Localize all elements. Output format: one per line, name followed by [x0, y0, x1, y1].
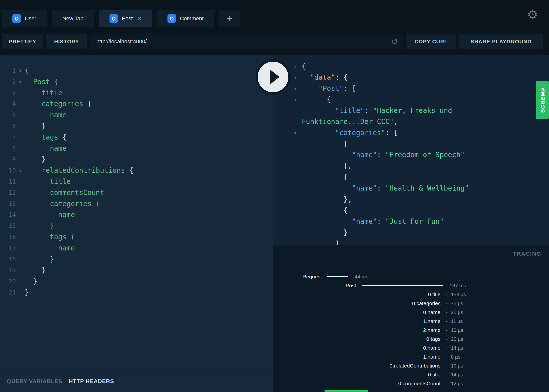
tracing-time: 19 µs	[451, 361, 463, 370]
code-text: }	[25, 254, 54, 265]
query-editor-line: 4 categories {	[0, 98, 273, 110]
tracing-label: 0.categories	[273, 299, 440, 308]
tracing-label: 0.commentsCount	[273, 379, 440, 388]
fold-spacer	[294, 205, 302, 216]
fold-arrow-icon[interactable]: ▾	[294, 83, 302, 94]
fold-spacer	[16, 121, 25, 132]
query-editor-line: 19 }	[0, 265, 273, 276]
fold-spacer	[294, 172, 302, 183]
share-playground-button[interactable]: SHARE PLAYGROUND	[459, 34, 543, 49]
fold-arrow-icon[interactable]: ▾	[16, 65, 25, 76]
response-line: "title": "Hacker, Freaks und	[273, 105, 549, 116]
fold-spacer	[16, 254, 25, 265]
code-text: }	[25, 276, 37, 287]
fold-arrow-icon[interactable]: ▾	[294, 94, 302, 105]
tracing-row: 0.relatedContributions-19 µs	[273, 361, 549, 370]
tab-post[interactable]: QPost×	[99, 10, 152, 27]
new-tab-button[interactable]: +	[219, 10, 240, 27]
fold-arrow-icon[interactable]: ▾	[294, 61, 302, 72]
query-editor-line: 21}	[0, 287, 273, 298]
code-text: {	[302, 205, 348, 216]
tab-new-tab[interactable]: New Tab	[52, 10, 94, 27]
fold-spacer	[16, 143, 25, 154]
query-variables-toggle[interactable]: QUERY VARIABLES	[7, 378, 62, 385]
line-number: 20	[0, 276, 16, 287]
tracing-time: 12 µs	[451, 379, 463, 388]
query-editor-line: 18 }	[0, 254, 273, 265]
code-text: Funktionäre...Der CCC",	[302, 116, 398, 127]
code-text: "title": "Hacker, Freaks und	[302, 105, 452, 116]
tracing-time: 14 µs	[451, 343, 463, 352]
settings-gear-icon[interactable]: ⚙	[527, 8, 538, 21]
response-line: "name": "Freedom of Speech"	[273, 149, 549, 161]
history-button[interactable]: HISTORY	[46, 34, 87, 49]
tracing-time: 44 ms	[355, 272, 368, 281]
tracing-label: 1.name	[273, 317, 440, 326]
tab-label: User	[25, 15, 36, 22]
schema-tab[interactable]: SCHEMA	[536, 81, 549, 119]
play-icon	[270, 70, 279, 84]
code-text: name	[25, 243, 75, 254]
tracing-label: 0.relatedContributions	[273, 361, 440, 370]
code-text: tags {	[25, 132, 67, 143]
tracing-label: Request	[273, 272, 322, 281]
execute-play-button[interactable]	[258, 62, 288, 92]
tracing-row: 0.categories-75 µs	[273, 299, 549, 308]
tracing-header[interactable]: TRACING	[513, 251, 541, 257]
tracing-label: 0.title	[273, 290, 440, 299]
code-text: "name": "Just For Fun"	[302, 216, 444, 227]
fold-spacer	[16, 198, 25, 210]
code-text: "Post": [	[302, 83, 356, 94]
tracing-row: 0.title-153 µs	[273, 290, 549, 299]
line-number: 6	[0, 121, 16, 132]
tracing-time: 20 µs	[451, 335, 463, 343]
query-badge-icon: Q	[12, 14, 21, 23]
query-editor-line: 3 title	[0, 88, 273, 99]
code-text: tags {	[25, 232, 75, 243]
query-editor-lines: 1▾{2▾ Post {3 title4 categories {5 name6…	[0, 65, 273, 298]
line-number: 15	[0, 220, 16, 232]
endpoint-url-input[interactable]	[90, 34, 403, 49]
line-number: 2	[0, 76, 16, 88]
fold-spacer	[294, 183, 302, 194]
query-editor-line: 12 commentsCount	[0, 187, 273, 198]
tab-user[interactable]: QUser	[2, 10, 47, 27]
http-headers-toggle[interactable]: HTTP HEADERS	[69, 378, 114, 385]
fold-spacer	[16, 243, 25, 254]
prettify-button[interactable]: PRETTIFY	[2, 34, 43, 49]
query-editor-line: 20 }	[0, 276, 273, 287]
tracing-dash: -	[444, 352, 450, 361]
response-line: }	[273, 227, 549, 238]
fold-arrow-icon[interactable]: ▾	[16, 165, 25, 176]
query-editor-line: 13 categories {	[0, 198, 273, 210]
tab-list: QUserNew TabQPost×QComment	[2, 10, 214, 27]
code-text: title	[25, 176, 71, 187]
query-editor-line: 9 }	[0, 154, 273, 165]
fold-arrow-icon[interactable]: ▾	[294, 127, 302, 139]
tracing-label: 0.title	[273, 370, 440, 379]
query-editor[interactable]: 1▾{2▾ Post {3 title4 categories {5 name6…	[0, 55, 273, 370]
code-text: commentsCount	[25, 187, 104, 198]
tracing-time: 153 µs	[451, 290, 466, 299]
reload-icon[interactable]: ↺	[391, 37, 398, 46]
tracing-dash: -	[444, 326, 450, 335]
query-editor-line: 11 title	[0, 176, 273, 187]
tracing-row: 0.tags-20 µs	[273, 335, 549, 343]
line-number: 16	[0, 232, 16, 243]
fold-spacer	[294, 161, 302, 172]
close-tab-icon[interactable]: ×	[137, 15, 142, 22]
tracing-time: 10 µs	[451, 326, 463, 335]
tab-comment[interactable]: QComment	[157, 10, 214, 27]
fold-spacer	[294, 105, 302, 116]
tracing-label: 2.name	[273, 326, 440, 335]
copy-curl-button[interactable]: COPY CURL	[406, 34, 456, 49]
fold-arrow-icon[interactable]: ▾	[16, 76, 25, 88]
query-badge-icon: Q	[110, 14, 118, 23]
tracing-dash: -	[444, 308, 450, 317]
fold-arrow-icon[interactable]: ▾	[294, 72, 302, 83]
tab-label: Comment	[180, 15, 203, 22]
response-line: ]	[273, 238, 549, 245]
tracing-dash: -	[444, 299, 450, 308]
fold-spacer	[16, 88, 25, 99]
tracing-rows: Request44 msPost167 ms0.title-153 µs0.ca…	[273, 272, 549, 388]
